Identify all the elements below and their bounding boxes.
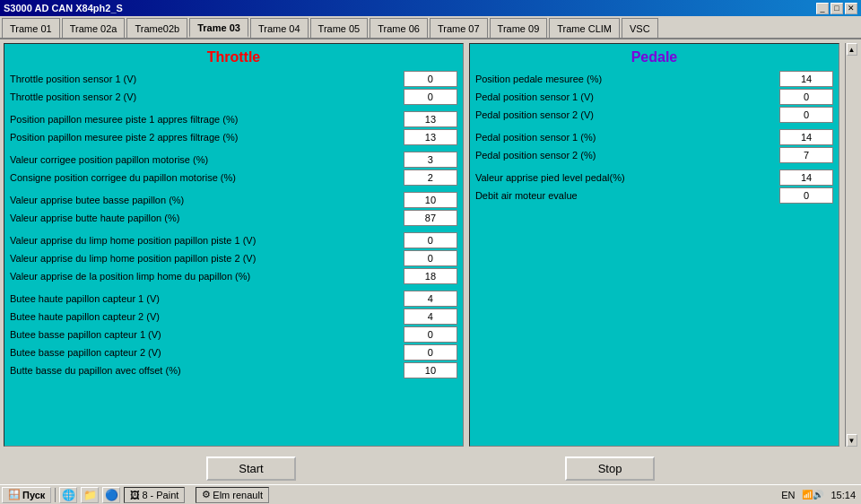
throttle-label-5: Consigne position corrigee du papillon m…	[10, 172, 404, 183]
throttle-value-0: 0	[404, 71, 457, 87]
throttle-label-15: Butte basse du papillon avec offset (%)	[10, 365, 404, 376]
pedale-row-5: Valeur apprise pied level pedal(%) 14	[475, 169, 833, 186]
tab-trame01[interactable]: Trame 01	[2, 18, 60, 38]
taskbar-icon-ie[interactable]: 🌐	[59, 487, 77, 503]
pedale-value-4: 7	[779, 147, 833, 163]
windows-icon: 🪟	[8, 489, 21, 500]
throttle-value-10: 18	[404, 268, 457, 284]
throttle-label-2: Position papillon mesuree piste 1 appres…	[10, 114, 404, 125]
throttle-value-13: 0	[404, 326, 457, 343]
taskbar-paint[interactable]: 🖼 8 - Paint	[124, 487, 185, 503]
throttle-label-4: Valeur corrigee position papillon motori…	[10, 154, 404, 165]
folder-icon: 📁	[83, 489, 97, 501]
tab-trame02b[interactable]: Trame02b	[126, 18, 187, 38]
throttle-label-8: Valeur apprise du limp home position pap…	[10, 235, 404, 246]
tab-bar: Trame 01 Trame 02a Trame02b Trame 03 Tra…	[0, 16, 861, 39]
language-indicator: EN	[778, 490, 798, 500]
throttle-panel: Throttle Throttle position sensor 1 (V) …	[4, 43, 464, 447]
taskbar-elm[interactable]: ⚙ Elm renault	[196, 487, 269, 503]
throttle-value-2: 13	[404, 111, 457, 127]
throttle-value-1: 0	[404, 89, 457, 105]
start-button[interactable]: Start	[206, 456, 296, 481]
taskbar-icon-chrome[interactable]: 🔵	[102, 487, 120, 503]
throttle-value-9: 0	[404, 250, 457, 266]
tab-trame09[interactable]: Trame 09	[490, 18, 548, 38]
throttle-value-5: 2	[404, 169, 457, 186]
throttle-value-6: 10	[404, 192, 457, 208]
scroll-down-button[interactable]: ▼	[847, 434, 857, 447]
throttle-label-9: Valeur apprise du limp home position pap…	[10, 253, 404, 264]
pedale-row-0: Position pedale mesuree (%) 14	[475, 71, 833, 87]
pedale-row-6: Debit air moteur evalue 0	[475, 187, 833, 204]
tab-trame02a[interactable]: Trame 02a	[62, 18, 126, 38]
throttle-value-11: 4	[404, 291, 457, 307]
sys-tray-icons: 📶🔊	[802, 490, 823, 500]
throttle-row-9: Valeur apprise du limp home position pap…	[10, 250, 457, 266]
close-button[interactable]: ✕	[845, 3, 857, 14]
throttle-value-12: 4	[404, 308, 457, 325]
throttle-label-14: Butee basse papillon capteur 2 (V)	[10, 347, 404, 358]
minimize-button[interactable]: _	[816, 3, 829, 14]
pedale-value-0: 14	[779, 71, 833, 87]
throttle-label-0: Throttle position sensor 1 (V)	[10, 74, 404, 84]
throttle-row-0: Throttle position sensor 1 (V) 0	[10, 71, 457, 87]
throttle-label-13: Butee basse papillon capteur 1 (V)	[10, 329, 404, 340]
throttle-label-1: Throttle position sensor 2 (V)	[10, 91, 404, 102]
taskbar: 🪟 Пуск 🌐 📁 🔵 🖼 8 - Paint ⚙ Elm renault E…	[0, 484, 861, 504]
pedale-row-2: Pedal position sensor 2 (V) 0	[475, 107, 833, 123]
throttle-label-11: Butee haute papillon capteur 1 (V)	[10, 293, 404, 304]
throttle-label-10: Valeur apprise de la position limp home …	[10, 271, 404, 282]
throttle-row-6: Valeur apprise butee basse papillon (%) …	[10, 192, 457, 208]
scrollbar[interactable]: ▲ ▼	[845, 43, 857, 447]
start-menu-button[interactable]: 🪟 Пуск	[2, 487, 51, 503]
throttle-value-8: 0	[404, 232, 457, 248]
pedale-label-5: Valeur apprise pied level pedal(%)	[475, 172, 779, 183]
window-controls: _ □ ✕	[816, 3, 857, 14]
tab-trame06[interactable]: Trame 06	[370, 18, 428, 38]
throttle-row-14: Butee basse papillon capteur 2 (V) 0	[10, 344, 457, 361]
throttle-row-4: Valeur corrigee position papillon motori…	[10, 152, 457, 168]
pedale-label-2: Pedal position sensor 2 (V)	[475, 109, 779, 120]
pedale-row-4: Pedal position sensor 2 (%) 7	[475, 147, 833, 163]
taskbar-icon-folder[interactable]: 📁	[81, 487, 99, 503]
pedale-value-6: 0	[779, 187, 833, 204]
maximize-button[interactable]: □	[831, 3, 843, 14]
ie-icon: 🌐	[62, 489, 75, 501]
clock: 15:14	[827, 490, 859, 500]
pedale-label-0: Position pedale mesuree (%)	[475, 74, 779, 84]
throttle-label-12: Butee haute papillon capteur 2 (V)	[10, 311, 404, 322]
tab-trame05[interactable]: Trame 05	[310, 18, 369, 38]
throttle-row-12: Butee haute papillon capteur 2 (V) 4	[10, 308, 457, 325]
pedale-row-3: Pedal position sensor 1 (%) 14	[475, 129, 833, 145]
throttle-value-4: 3	[404, 152, 457, 168]
pedale-value-1: 0	[779, 89, 833, 105]
tab-trame04[interactable]: Trame 04	[250, 18, 309, 38]
throttle-row-2: Position papillon mesuree piste 1 appres…	[10, 111, 457, 127]
taskbar-right: EN 📶🔊 15:14	[778, 490, 859, 500]
tab-trame-clim[interactable]: Trame CLIM	[549, 18, 620, 38]
title-text: S3000 AD CAN X84ph2_S	[4, 3, 123, 13]
paint-icon: 🖼	[130, 490, 140, 500]
chrome-icon: 🔵	[105, 489, 118, 501]
pedale-value-2: 0	[779, 107, 833, 123]
throttle-row-3: Position papillon mesuree piste 2 appres…	[10, 129, 457, 145]
elm-icon: ⚙	[202, 489, 211, 500]
stop-button[interactable]: Stop	[565, 456, 655, 481]
throttle-row-8: Valeur apprise du limp home position pap…	[10, 232, 457, 248]
pedale-title: Pedale	[475, 49, 833, 65]
pedale-value-3: 14	[779, 129, 833, 145]
scroll-up-button[interactable]: ▲	[847, 43, 857, 56]
pedale-label-6: Debit air moteur evalue	[475, 190, 779, 201]
throttle-row-1: Throttle position sensor 2 (V) 0	[10, 89, 457, 105]
bottom-bar: Start Stop	[0, 450, 861, 486]
pedale-label-3: Pedal position sensor 1 (%)	[475, 132, 779, 143]
throttle-value-3: 13	[404, 129, 457, 145]
throttle-row-7: Valeur apprise butte haute papillon (%) …	[10, 210, 457, 226]
tab-vsc[interactable]: VSC	[622, 18, 658, 38]
main-content: Throttle Throttle position sensor 1 (V) …	[0, 39, 861, 450]
tab-trame07[interactable]: Trame 07	[430, 18, 488, 38]
tab-trame03[interactable]: Trame 03	[189, 18, 248, 38]
throttle-row-5: Consigne position corrigee du papillon m…	[10, 169, 457, 186]
throttle-value-14: 0	[404, 344, 457, 361]
throttle-value-7: 87	[404, 210, 457, 226]
